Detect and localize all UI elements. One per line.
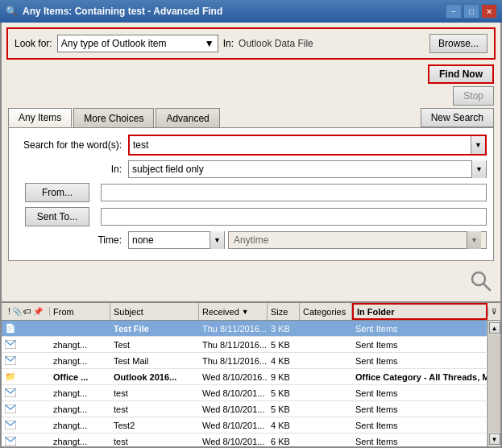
cell-received: Thu 8/11/2016... <box>199 353 268 368</box>
filter-icon[interactable]: ⊽ <box>492 308 497 316</box>
anytime-select[interactable]: Anytime ▼ <box>228 231 487 249</box>
minimize-button[interactable]: − <box>446 4 462 19</box>
magnifier-area <box>2 261 500 301</box>
cell-icons: 📁 <box>2 369 50 384</box>
table-row[interactable]: 📄Test FileThu 8/11/2016...3 KBSent Items <box>2 321 487 337</box>
cell-from <box>50 321 110 336</box>
from-input[interactable] <box>101 184 487 201</box>
tabs-area: Any Items More Choices Advanced Find Now… <box>2 60 500 127</box>
cell-subject: Test <box>110 337 199 352</box>
scroll-down-button[interactable]: ▼ <box>489 433 500 445</box>
table-row[interactable]: zhangt...testWed 8/10/201...6 KBSent Ite… <box>2 433 487 446</box>
time-value: none <box>132 234 154 246</box>
cell-infolder: Sent Items <box>352 417 487 433</box>
sent-to-input[interactable] <box>101 208 487 226</box>
table-row[interactable]: zhangt...TestThu 8/11/2016...5 KBSent It… <box>2 337 487 353</box>
cell-icons <box>2 353 50 368</box>
cell-from: Office ... <box>50 369 110 384</box>
tab-more-choices[interactable]: More Choices <box>73 108 154 127</box>
cell-categories <box>300 321 352 336</box>
search-dropdown-arrow-icon[interactable]: ▼ <box>471 136 485 154</box>
anytime-value: Anytime <box>234 234 268 246</box>
cell-received: Wed 8/10/2016... <box>199 369 268 384</box>
cell-subject: test <box>110 385 199 400</box>
col-header-from[interactable]: From <box>50 303 110 320</box>
cell-icons <box>2 401 50 417</box>
filter-area: ⊽ <box>487 308 500 316</box>
cell-subject: test <box>110 433 199 446</box>
col-header-received[interactable]: Received ▼ <box>199 303 268 320</box>
col-header-infolder[interactable]: In Folder <box>352 303 487 320</box>
find-now-button[interactable]: Find Now <box>428 64 494 84</box>
cell-icons <box>2 385 50 400</box>
cell-from: zhangt... <box>50 417 110 433</box>
anytime-arrow-icon[interactable]: ▼ <box>467 231 481 249</box>
title-bar: 🔍 Any Items: Containing test - Advanced … <box>0 0 502 23</box>
look-for-row: Look for: Any type of Outlook item ▼ In:… <box>6 27 496 60</box>
cell-infolder: Office Category - All Threads, Micr... <box>352 369 487 384</box>
action-buttons: Find Now Stop New Search <box>421 64 494 127</box>
window-body: Look for: Any type of Outlook item ▼ In:… <box>0 23 502 448</box>
cell-categories <box>300 385 352 400</box>
cell-size: 4 KB <box>268 353 300 368</box>
cell-infolder: Sent Items <box>352 401 487 417</box>
new-search-button[interactable]: New Search <box>421 108 494 127</box>
cell-from: zhangt... <box>50 401 110 417</box>
col-header-categories[interactable]: Categories <box>300 303 352 320</box>
tab-any-items[interactable]: Any Items <box>8 108 72 127</box>
col-header-subject[interactable]: Subject <box>110 303 199 320</box>
table-row[interactable]: zhangt...Test MailThu 8/11/2016...4 KBSe… <box>2 353 487 369</box>
cell-categories <box>300 337 352 352</box>
cell-infolder: Sent Items <box>352 337 487 352</box>
cell-categories <box>300 353 352 368</box>
cell-size: 5 KB <box>268 401 300 417</box>
sent-to-button[interactable]: Sent To... <box>25 207 89 226</box>
col-header-size[interactable]: Size <box>268 303 300 320</box>
maximize-button[interactable]: □ <box>463 4 479 19</box>
in-field-value: subject field only <box>132 164 204 175</box>
search-input[interactable] <box>130 136 471 154</box>
cell-received: Wed 8/10/201... <box>199 417 268 433</box>
look-for-label: Look for: <box>15 38 52 49</box>
table-row[interactable]: 📁Office ...Outlook 2016...Wed 8/10/2016.… <box>2 369 487 385</box>
results-scrollbar[interactable]: ▲ ▼ <box>487 321 500 446</box>
cell-icons <box>2 337 50 352</box>
tab-advanced[interactable]: Advanced <box>156 108 219 127</box>
cell-received: Wed 8/10/201... <box>199 385 268 400</box>
table-row[interactable]: zhangt...testWed 8/10/201...5 KBSent Ite… <box>2 385 487 401</box>
cell-subject: Test File <box>110 321 199 336</box>
table-row[interactable]: zhangt...testWed 8/10/201...5 KBSent Ite… <box>2 401 487 417</box>
cell-size: 5 KB <box>268 385 300 400</box>
cell-subject: test <box>110 401 199 417</box>
cell-from: zhangt... <box>50 385 110 400</box>
in-field-select[interactable]: subject field only ▼ <box>128 160 487 178</box>
cell-size: 3 KB <box>268 321 300 336</box>
from-button[interactable]: From... <box>25 183 89 202</box>
look-for-dropdown[interactable]: Any type of Outlook item ▼ <box>57 35 218 52</box>
in-field-arrow-icon[interactable]: ▼ <box>471 160 486 178</box>
search-input-wrapper: ▼ <box>128 135 487 156</box>
browse-button[interactable]: Browse... <box>429 34 487 53</box>
cell-subject: Outlook 2016... <box>110 369 199 384</box>
results-section: ! 📎 🏷 📌 From Subject Received ▼ Size Cat… <box>2 301 500 446</box>
search-words-label: Search for the word(s): <box>15 139 128 151</box>
tab-list: Any Items More Choices Advanced <box>8 108 222 127</box>
results-list-area: 📄Test FileThu 8/11/2016...3 KBSent Items… <box>2 321 500 446</box>
scroll-up-button[interactable]: ▲ <box>489 322 500 334</box>
table-row[interactable]: zhangt...Test2Wed 8/10/201...4 KBSent It… <box>2 417 487 433</box>
stop-button[interactable]: Stop <box>453 86 494 106</box>
close-button[interactable]: ✕ <box>481 4 497 19</box>
results-list[interactable]: 📄Test FileThu 8/11/2016...3 KBSent Items… <box>2 321 487 446</box>
time-arrow-icon[interactable]: ▼ <box>210 231 224 249</box>
cell-icons: 📄 <box>2 321 50 336</box>
cell-infolder: Sent Items <box>352 321 487 336</box>
time-select[interactable]: none ▼ <box>128 231 225 249</box>
in-field-label: In: <box>15 164 128 175</box>
tab-content: Search for the word(s): ▼ In: subject fi… <box>8 127 494 261</box>
look-for-arrow-icon: ▼ <box>205 38 214 49</box>
cell-infolder: Sent Items <box>352 385 487 400</box>
cell-infolder: Sent Items <box>352 433 487 446</box>
cell-categories <box>300 417 352 433</box>
cell-received: Wed 8/10/201... <box>199 433 268 446</box>
search-words-row: Search for the word(s): ▼ <box>15 135 487 156</box>
